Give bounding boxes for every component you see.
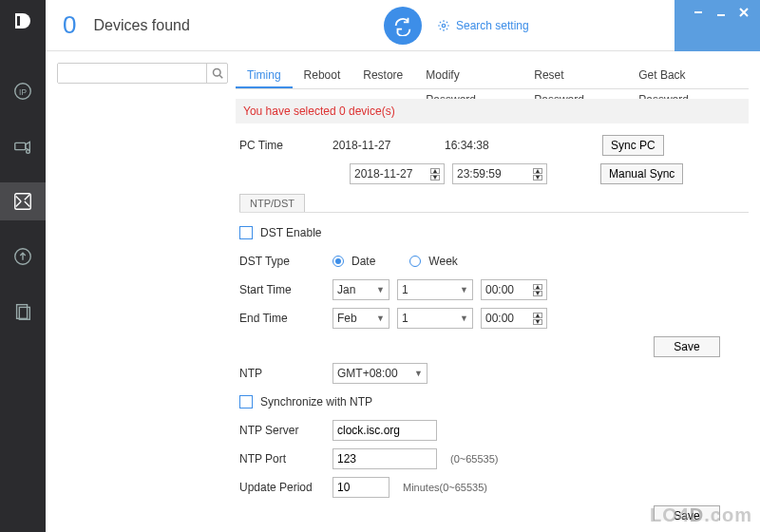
settings-panel: Timing Reboot Restore Modify Password Re… [236,63,749,521]
ntp-sync-checkbox[interactable] [239,395,253,408]
svg-point-4 [27,150,30,154]
end-time-input[interactable]: 00:00 ▲▼ [481,308,547,329]
sync-pc-button[interactable]: Sync PC [602,135,664,156]
ntp-sync-label: Synchronize with NTP [260,395,372,408]
svg-point-10 [213,69,220,77]
date-spinner[interactable]: ▲▼ [430,168,440,180]
ntp-dst-subtab[interactable]: NTP/DST [239,194,305,212]
timezone-select[interactable]: GMT+08:00▼ [332,363,428,384]
dst-type-label: DST Type [239,255,325,268]
tab-modify-password[interactable]: Modify Password [414,63,522,88]
device-search [57,63,228,84]
dst-type-week-label: Week [428,255,457,268]
dst-type-date-label: Date [352,255,375,268]
dst-type-week-radio[interactable] [409,256,421,267]
sidebar-item-upload[interactable] [0,238,46,276]
close-button[interactable] [737,6,750,19]
pc-time-time: 16:34:38 [445,139,540,152]
svg-rect-0 [17,16,20,26]
dst-enable-label: DST Enable [260,226,321,239]
update-period-label: Update Period [239,481,325,494]
manual-date-input[interactable]: 2018-11-27 ▲▼ [350,163,445,184]
manual-time-input[interactable]: 23:59:59 ▲▼ [452,163,547,184]
device-list-panel [57,63,228,521]
dst-enable-checkbox[interactable] [239,226,253,239]
pc-time-label: PC Time [239,139,325,152]
svg-text:IP: IP [19,88,27,97]
time-spinner[interactable]: ▲▼ [533,168,542,180]
tab-reboot[interactable]: Reboot [293,63,352,88]
refresh-icon [392,15,413,36]
search-setting-link[interactable]: Search setting [437,19,529,32]
pc-time-date: 2018-11-27 [332,139,437,152]
sidebar-item-ip[interactable]: IP [0,72,46,110]
start-time-label: Start Time [239,283,325,296]
tab-reset-password[interactable]: Reset Password [522,63,627,88]
manual-time-value: 23:59:59 [457,167,502,180]
devices-found-label: Devices found [93,17,189,34]
pin-button[interactable] [692,6,705,19]
update-period-input[interactable] [332,477,390,498]
start-day-select[interactable]: 1▼ [397,279,473,300]
end-month-select[interactable]: Feb▼ [332,308,390,329]
sidebar-item-reports[interactable] [0,293,46,331]
device-search-input[interactable] [58,64,206,83]
ntp-port-input[interactable] [332,448,437,469]
dst-save-button[interactable]: Save [654,336,720,357]
tab-timing[interactable]: Timing [236,63,293,88]
ntp-save-button[interactable]: Save [654,505,720,521]
search-icon [212,67,223,79]
start-time-input[interactable]: 00:00 ▲▼ [481,279,547,300]
selection-banner: You have selected 0 device(s) [236,99,749,124]
end-day-select[interactable]: 1▼ [397,308,473,329]
refresh-button[interactable] [384,7,422,45]
device-search-button[interactable] [206,64,227,83]
ntp-server-input[interactable] [332,420,437,441]
sidebar: IP [0,0,46,532]
tab-getback-password[interactable]: Get Back Password [627,63,749,88]
ntp-label: NTP [239,367,325,380]
dst-type-date-radio[interactable] [332,256,344,267]
app-logo [8,6,38,36]
update-period-hint: Minutes(0~65535) [403,482,487,493]
search-setting-label: Search setting [456,19,529,32]
minimize-button[interactable] [714,6,728,19]
tabs: Timing Reboot Restore Modify Password Re… [236,63,749,89]
gear-icon [437,19,450,32]
topbar: 0 Devices found Search setting [46,0,760,51]
device-count: 0 [63,10,76,40]
tab-restore[interactable]: Restore [352,63,414,88]
end-time-label: End Time [239,312,325,325]
ntp-port-label: NTP Port [239,452,325,466]
sidebar-item-camera[interactable] [0,127,46,165]
start-month-select[interactable]: Jan▼ [332,279,390,300]
sidebar-item-tools[interactable] [0,182,46,220]
manual-date-value: 2018-11-27 [354,167,412,180]
ntp-server-label: NTP Server [239,424,325,437]
svg-rect-8 [19,307,29,319]
manual-sync-button[interactable]: Manual Sync [600,163,683,184]
window-controls [674,0,760,25]
ntp-port-hint: (0~65535) [450,453,498,465]
svg-point-9 [442,24,446,28]
svg-rect-3 [15,142,26,149]
